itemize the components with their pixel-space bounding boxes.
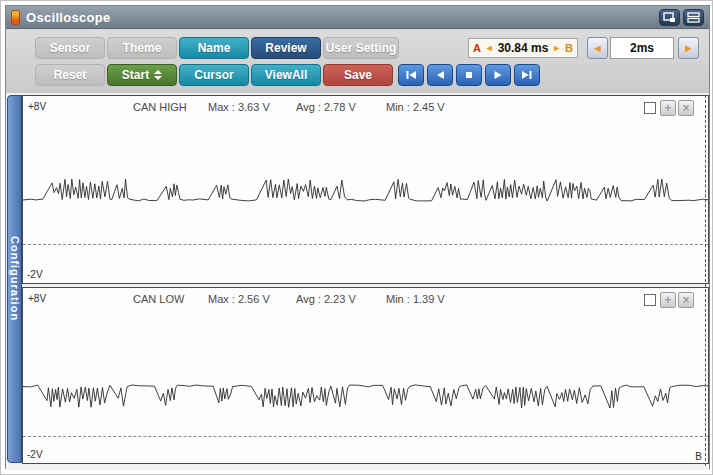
timebase-next-button[interactable]: ► [678,37,699,59]
cursor-b-arrow-icon[interactable]: ► [552,43,561,53]
waveform-plot-can-high[interactable] [23,96,709,284]
channel-name: CAN LOW [133,293,184,305]
cursor-a-arrow-icon[interactable]: ◄ [485,43,494,53]
channel-min-value: Min : 1.39 V [386,293,445,305]
reset-button[interactable]: Reset [35,64,105,86]
channel-bottom-voltage: -2V [27,269,43,280]
channel-max-value: Max : 2.56 V [208,293,270,305]
stop-icon [463,69,475,81]
timebase-prev-button[interactable]: ◄ [587,37,608,59]
channel-panel-can-high: +8V CAN HIGH Max : 3.63 V Avg : 2.78 V M… [22,95,709,284]
channel-close-button[interactable]: × [678,292,694,308]
channel-close-button[interactable]: × [678,100,694,116]
cascade-windows-button[interactable] [659,9,680,26]
ab-delta-value: 30.84 ms [498,41,549,55]
channel-top-voltage: +8V [28,293,46,304]
start-button-label: Start [122,65,149,85]
channel-min-value: Min : 2.45 V [386,101,445,113]
cursor-b-label: B [565,42,573,54]
play-button[interactable] [485,64,511,86]
start-button[interactable]: Start [107,64,177,86]
skip-to-start-icon [405,69,417,81]
channel-add-button[interactable]: + [660,100,676,116]
channel-avg-value: Avg : 2.78 V [296,101,356,113]
scope-area: Configuration +8V CAN HIGH Max : 3.63 V … [6,93,709,470]
channel-max-value: Max : 3.63 V [208,101,270,113]
skip-to-end-button[interactable] [514,64,540,86]
ab-cursor-readout[interactable]: A ◄ 30.84 ms ► B [468,38,578,58]
channel-select-checkbox[interactable] [644,102,656,114]
theme-button[interactable]: Theme [107,37,177,59]
save-button[interactable]: Save [323,64,393,86]
cursor-button[interactable]: Cursor [179,64,249,86]
name-button[interactable]: Name [179,37,249,59]
oscilloscope-window: Oscilloscope Sensor Theme [5,5,710,469]
channel-panel-can-low: +8V CAN LOW Max : 2.56 V Avg : 2.23 V Mi… [22,287,709,464]
tile-windows-icon [687,12,700,23]
channel-add-button[interactable]: + [660,292,676,308]
titlebar[interactable]: Oscilloscope [6,6,709,29]
toolbar: Sensor Theme Name Review User Setting Re… [6,30,709,93]
cursor-a-label: A [473,42,481,54]
sensor-button[interactable]: Sensor [35,37,105,59]
channel-name: CAN HIGH [133,101,187,113]
waveform-plot-can-low[interactable] [23,288,709,464]
step-back-icon [434,69,446,81]
timebase-value: 2ms [610,37,674,59]
skip-to-start-button[interactable] [398,64,424,86]
viewall-button[interactable]: ViewAll [251,64,321,86]
step-back-button[interactable] [427,64,453,86]
play-icon [492,69,504,81]
channel-panels: +8V CAN HIGH Max : 3.63 V Avg : 2.78 V M… [22,95,709,464]
app-logo-icon [11,10,20,25]
cascade-windows-icon [663,12,676,23]
zero-reference-line [23,244,708,245]
channel-avg-value: Avg : 2.23 V [296,293,356,305]
configuration-tab-label: Configuration [9,236,21,321]
start-spinner-icon[interactable] [154,70,162,80]
skip-to-end-icon [521,69,533,81]
window-title: Oscilloscope [26,10,111,25]
channel-top-voltage: +8V [28,101,46,112]
configuration-tab[interactable]: Configuration [7,95,22,463]
zero-reference-line [23,436,708,437]
user-setting-button[interactable]: User Setting [323,37,399,59]
tile-windows-button[interactable] [683,9,704,26]
app-window: Oscilloscope Sensor Theme [0,0,713,475]
stop-button[interactable] [456,64,482,86]
cursor-b-marker-label: B [695,451,702,462]
review-button[interactable]: Review [251,37,321,59]
channel-bottom-voltage: -2V [27,449,43,460]
channel-select-checkbox[interactable] [644,294,656,306]
